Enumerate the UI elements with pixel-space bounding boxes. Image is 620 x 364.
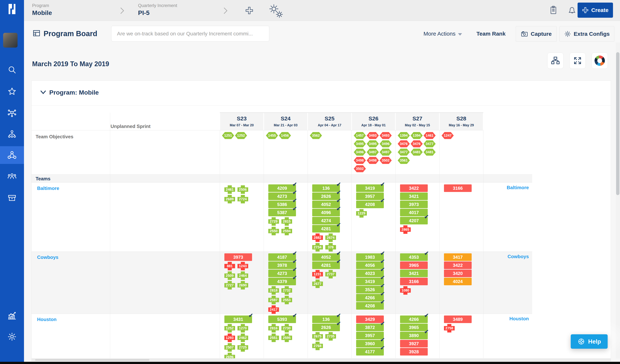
feature-tile[interactable]: 3957 (356, 332, 384, 339)
user-avatar[interactable] (3, 33, 17, 47)
vertical-scrollbar-thumb[interactable] (616, 52, 620, 195)
sidebar-item-program-board[interactable] (0, 146, 24, 164)
story-tile[interactable]: 2730 (281, 324, 292, 333)
team-name-link[interactable]: Houston (37, 317, 57, 322)
feature-tile[interactable]: 4274 (312, 217, 340, 224)
feature-tile[interactable]: 4096✔ (312, 209, 340, 216)
feature-tile[interactable]: 3978✔ (268, 261, 296, 269)
feature-tile[interactable]: 3526✔ (356, 286, 384, 293)
feature-tile[interactable]: 5393✔ (268, 316, 296, 323)
story-tile[interactable]: 2677 (312, 280, 323, 288)
story-tile[interactable]: 2735 (325, 332, 336, 341)
feature-tile[interactable]: 4273✔ (268, 193, 296, 200)
feature-tile[interactable]: 3166 (400, 278, 428, 285)
sprint-column-header[interactable]: S24Mar 21 - Apr 03 (264, 113, 307, 130)
color-wheel-button[interactable] (591, 53, 608, 69)
objective-hexagon[interactable]: 3561 (398, 157, 410, 164)
story-tile[interactable]: 2461 (224, 185, 235, 194)
feature-tile[interactable]: 3890✔ (400, 332, 428, 339)
feature-tile[interactable]: 4207✔ (400, 217, 428, 224)
story-tile[interactable]: 2507 (224, 343, 235, 352)
feature-tile[interactable]: 5387✔ (268, 209, 296, 216)
sprint-column-header[interactable]: S28May 16 - May 29 (440, 113, 483, 130)
sprint-column-header[interactable]: S25Apr 04 - Apr 17 (308, 113, 351, 130)
objective-hexagon[interactable]: 3496 (354, 149, 366, 156)
team-name-link[interactable]: Cowboys (37, 255, 59, 260)
story-tile[interactable]: 2732 (281, 286, 292, 295)
feature-tile[interactable]: 3420 (444, 270, 472, 277)
feature-tile[interactable]: 3872✔ (356, 324, 384, 331)
story-tile[interactable]: 2553 (281, 296, 292, 304)
story-tile[interactable]: 2724 (237, 195, 248, 203)
story-tile[interactable]: 2675 (312, 332, 323, 341)
story-tile[interactable]: 2815 (281, 217, 292, 226)
story-tile[interactable]: 2464 (237, 272, 248, 280)
feature-tile[interactable]: 5386✔ (268, 201, 296, 208)
feature-tile[interactable]: 1983✔ (356, 253, 384, 261)
objective-hexagon[interactable]: 1394 (411, 132, 423, 139)
feature-tile[interactable]: 3957 (356, 193, 384, 200)
story-tile[interactable]: 2462 (237, 334, 248, 342)
story-tile[interactable]: 2594 (281, 227, 292, 235)
feature-tile[interactable]: 4023✔ (356, 270, 384, 277)
objective-hexagon[interactable]: 3495 (367, 140, 379, 147)
story-tile[interactable]: 2674 (325, 233, 336, 242)
help-button[interactable]: Help (571, 334, 608, 349)
extra-configs-button[interactable]: Extra Configs (559, 26, 614, 42)
objective-hexagon[interactable]: 3476 (411, 140, 423, 147)
feature-tile[interactable]: 3421 (400, 270, 428, 277)
clipboard-icon[interactable] (548, 5, 558, 15)
objective-hexagon[interactable]: 3498 (354, 157, 366, 164)
feature-tile[interactable]: 4187✔ (268, 253, 296, 261)
feature-tile[interactable]: 3419✔ (356, 184, 384, 192)
feature-tile[interactable]: 3422 (444, 261, 472, 269)
objective-hexagon[interactable]: 1461 (423, 132, 436, 139)
objective-hexagon[interactable]: 3477 (423, 140, 436, 147)
story-tile[interactable]: 1231 (312, 270, 323, 278)
capture-button[interactable]: Capture (516, 26, 557, 42)
story-tile[interactable]: 2768 (312, 342, 323, 350)
breadcrumb-program-value[interactable]: Mobile (32, 9, 52, 16)
story-tile[interactable]: 2550 (268, 227, 279, 235)
story-tile[interactable]: 378 (325, 243, 336, 252)
feature-tile[interactable]: 4177✔ (356, 348, 384, 356)
story-tile[interactable]: 2758 (444, 324, 455, 333)
sidebar-item-people[interactable] (0, 167, 24, 185)
feature-tile[interactable]: 4017 (400, 209, 428, 216)
feature-tile[interactable]: 3417 (444, 253, 472, 261)
story-tile[interactable]: 2597 (268, 296, 279, 304)
objective-hexagon[interactable]: 1457 (354, 132, 366, 139)
feature-tile[interactable]: 4281✔ (312, 225, 340, 232)
feature-tile[interactable]: 4266✔ (356, 294, 384, 302)
story-tile[interactable]: 2882 (312, 233, 323, 242)
sidebar-item-favorites[interactable] (0, 83, 24, 100)
feature-tile[interactable]: 136✔ (312, 184, 340, 192)
story-tile[interactable]: 2816 (268, 324, 279, 333)
feature-tile[interactable]: 3973 (400, 201, 428, 208)
add-icon[interactable] (245, 6, 253, 15)
feature-tile[interactable]: 3419✔ (356, 278, 384, 285)
feature-tile[interactable]: 4353✔ (400, 253, 428, 261)
more-actions-menu[interactable]: More Actions (423, 30, 462, 37)
team-name-link-right[interactable]: Houston (482, 316, 529, 322)
story-tile[interactable]: 2417 (268, 305, 279, 314)
collapse-chevron-icon[interactable] (40, 90, 46, 94)
story-tile[interactable]: 2734 (312, 243, 323, 252)
story-tile[interactable]: 2696 (224, 353, 235, 359)
feature-tile[interactable]: 3927 (400, 340, 428, 348)
feature-tile[interactable]: 3421 (400, 193, 428, 200)
objective-hexagon[interactable]: 3497 (367, 149, 379, 156)
sprint-column-header[interactable]: S27May 02 - May 15 (396, 113, 439, 130)
feature-tile[interactable]: 4056✔ (356, 261, 384, 269)
feature-tile[interactable]: 4281✔ (312, 261, 340, 269)
objective-hexagon[interactable]: 1247 (442, 132, 454, 139)
objective-hexagon[interactable]: 1455 (266, 132, 278, 139)
story-tile[interactable]: 2506 (237, 185, 248, 194)
team-name-link[interactable]: Baltimore (37, 185, 59, 191)
feature-tile[interactable]: 3429 (356, 316, 384, 323)
feature-tile[interactable]: 3965 (400, 261, 428, 269)
feature-tile[interactable]: 3489 (444, 316, 472, 323)
feature-tile[interactable]: 4208✔ (356, 302, 384, 310)
feature-tile[interactable]: 3965 (400, 324, 428, 331)
horizontal-scrollbar-thumb[interactable] (35, 359, 150, 361)
